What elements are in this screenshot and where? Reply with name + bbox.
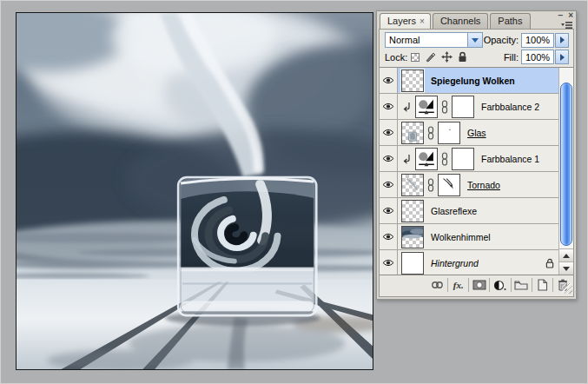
chevron-down-icon[interactable] bbox=[467, 33, 482, 47]
visibility-toggle[interactable] bbox=[380, 120, 398, 145]
tornado-in-glass-image bbox=[17, 13, 373, 369]
new-adjustment-layer-button[interactable] bbox=[489, 278, 510, 292]
lock-pixels-brush-icon[interactable] bbox=[425, 51, 436, 63]
tab-channels-label: Channels bbox=[440, 16, 480, 26]
layer-thumbnail[interactable] bbox=[401, 226, 424, 248]
layer-name[interactable]: Glas bbox=[467, 128, 486, 138]
minimize-icon[interactable]: – bbox=[558, 11, 564, 19]
eye-icon bbox=[382, 181, 394, 189]
tab-layers-label: Layers bbox=[387, 16, 416, 26]
fill-value: 100% bbox=[525, 52, 550, 63]
eye-icon bbox=[382, 103, 394, 110]
layer-list-scrollbar[interactable] bbox=[558, 68, 573, 275]
layers-panel-body: Normal Opacity: 100% Lock: bbox=[379, 29, 574, 297]
opacity-value: 100% bbox=[525, 35, 550, 45]
link-mask-icon bbox=[440, 152, 449, 166]
eye-icon bbox=[382, 129, 394, 136]
layer-name[interactable]: Farbbalance 1 bbox=[481, 154, 539, 164]
eye-icon bbox=[382, 259, 394, 267]
scroll-up-button[interactable] bbox=[559, 248, 573, 262]
opacity-input[interactable]: 100% bbox=[521, 33, 554, 48]
opacity-slider-arrow-icon[interactable] bbox=[555, 33, 569, 48]
scroll-up-icon bbox=[563, 254, 570, 258]
tab-close-icon[interactable]: × bbox=[420, 17, 425, 26]
layer-row[interactable]: Farbbalance 2 bbox=[380, 94, 573, 120]
layer-name[interactable]: Spiegelung Wolken bbox=[431, 76, 515, 86]
layer-row[interactable]: Hintergrund bbox=[380, 250, 573, 275]
layer-row[interactable]: Farbbalance 1 bbox=[380, 146, 573, 172]
visibility-toggle[interactable] bbox=[380, 68, 398, 93]
layer-name[interactable]: Wolkenhimmel bbox=[431, 232, 491, 242]
visibility-toggle[interactable] bbox=[380, 198, 398, 223]
link-mask-icon bbox=[426, 178, 435, 192]
new-group-button[interactable] bbox=[511, 278, 532, 292]
blend-opacity-row: Normal Opacity: 100% bbox=[380, 30, 573, 50]
fill-label: Fill: bbox=[504, 52, 519, 63]
lock-position-icon[interactable] bbox=[441, 51, 453, 63]
layers-panel-toolbar: fx. bbox=[380, 275, 573, 295]
blend-mode-value: Normal bbox=[389, 35, 420, 45]
layer-style-button[interactable]: fx. bbox=[447, 278, 468, 292]
layer-name[interactable]: Tornado bbox=[467, 180, 500, 190]
fx-icon: fx. bbox=[453, 280, 464, 290]
add-layer-mask-button[interactable] bbox=[468, 278, 489, 292]
clipping-mask-arrow-icon bbox=[401, 102, 413, 112]
eye-icon bbox=[382, 155, 394, 162]
fill-slider-arrow-icon[interactable] bbox=[555, 50, 569, 64]
panel-menu-icon[interactable] bbox=[561, 21, 573, 31]
eye-icon bbox=[382, 233, 394, 241]
scroll-down-icon bbox=[563, 267, 570, 271]
tab-layers[interactable]: Layers× bbox=[380, 13, 431, 29]
document-canvas[interactable] bbox=[16, 12, 373, 370]
layer-thumbnail[interactable] bbox=[401, 200, 424, 222]
layer-row[interactable]: Glas bbox=[380, 120, 573, 146]
new-layer-button[interactable] bbox=[532, 278, 552, 292]
layer-mask-thumbnail[interactable] bbox=[438, 122, 460, 144]
clipping-mask-arrow-icon bbox=[401, 154, 413, 164]
layer-thumbnail[interactable] bbox=[401, 70, 424, 92]
layer-row[interactable]: Wolkenhimmel bbox=[380, 224, 573, 250]
workspace-background: { "window": { "minimize_label": "–", "cl… bbox=[0, 0, 588, 384]
layer-mask-thumbnail[interactable] bbox=[452, 96, 474, 118]
lock-fill-row: Lock: Fill: 100% bbox=[380, 50, 573, 67]
layer-row[interactable]: Tornado bbox=[380, 172, 573, 198]
scroll-down-button[interactable] bbox=[559, 262, 573, 275]
layer-row[interactable]: Spiegelung Wolken bbox=[380, 68, 573, 94]
lock-transparency-icon[interactable] bbox=[411, 53, 420, 62]
layer-mask-thumbnail[interactable] bbox=[452, 148, 474, 170]
scrollbar-thumb[interactable] bbox=[560, 83, 572, 246]
close-icon[interactable]: × bbox=[568, 11, 573, 19]
tab-channels[interactable]: Channels bbox=[433, 13, 488, 29]
layer-thumbnail[interactable] bbox=[401, 252, 424, 275]
panel-resize-grip[interactable] bbox=[562, 283, 572, 294]
tab-paths[interactable]: Paths bbox=[490, 13, 530, 29]
eye-icon bbox=[382, 76, 394, 84]
panel-tabbar: Layers× Channels Paths bbox=[377, 11, 576, 29]
layers-panel: – × Layers× Channels Paths Normal Opacit bbox=[376, 10, 577, 300]
link-layers-button[interactable] bbox=[426, 278, 447, 292]
visibility-toggle[interactable] bbox=[380, 224, 398, 249]
visibility-toggle[interactable] bbox=[380, 94, 398, 119]
layer-row[interactable]: Glasreflexe bbox=[380, 198, 573, 224]
link-mask-icon bbox=[426, 126, 435, 140]
layer-list: Spiegelung Wolken bbox=[380, 67, 573, 275]
adjustment-layer-thumbnail[interactable] bbox=[415, 148, 438, 170]
eye-icon bbox=[382, 207, 394, 215]
link-mask-icon bbox=[440, 100, 449, 114]
lock-label: Lock: bbox=[385, 52, 407, 63]
visibility-toggle[interactable] bbox=[380, 146, 398, 171]
opacity-label: Opacity: bbox=[484, 35, 519, 45]
lock-all-icon[interactable] bbox=[458, 51, 467, 63]
layer-name[interactable]: Farbbalance 2 bbox=[481, 102, 539, 112]
fill-input[interactable]: 100% bbox=[521, 50, 554, 64]
adjustment-layer-thumbnail[interactable] bbox=[415, 96, 438, 118]
visibility-toggle[interactable] bbox=[380, 172, 398, 197]
layer-name[interactable]: Glasreflexe bbox=[431, 206, 477, 216]
layer-thumbnail[interactable] bbox=[401, 122, 424, 144]
layer-thumbnail[interactable] bbox=[401, 174, 424, 196]
layer-mask-thumbnail[interactable] bbox=[438, 174, 460, 196]
tab-paths-label: Paths bbox=[498, 16, 522, 26]
layer-name[interactable]: Hintergrund bbox=[431, 258, 479, 268]
visibility-toggle[interactable] bbox=[380, 250, 398, 275]
blend-mode-select[interactable]: Normal bbox=[385, 32, 483, 48]
